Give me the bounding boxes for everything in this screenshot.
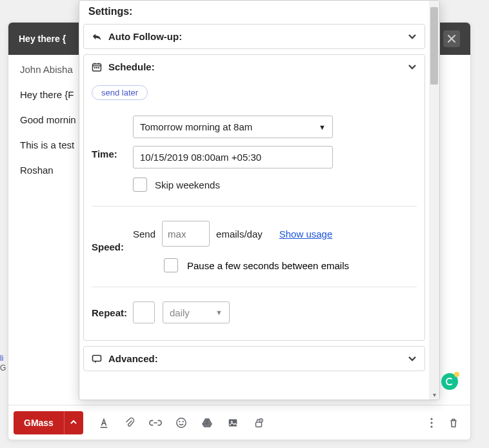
emoji-icon[interactable] — [175, 416, 188, 429]
repeat-label: Repeat: — [92, 307, 133, 318]
svg-rect-6 — [255, 422, 261, 427]
caret-down-icon: ▼ — [215, 309, 223, 316]
chevron-down-icon — [408, 353, 417, 364]
compose-toolbar: GMass — [8, 405, 470, 440]
more-icon[interactable] — [425, 416, 438, 429]
link-icon[interactable] — [149, 416, 162, 429]
svg-point-9 — [430, 422, 432, 423]
section-head-advanced[interactable]: Advanced: — [84, 347, 424, 371]
section-head-auto-followup[interactable]: Auto Follow-up: — [84, 25, 424, 48]
gmass-dropdown-button[interactable] — [64, 411, 83, 434]
close-icon[interactable] — [443, 30, 460, 47]
reply-icon — [92, 32, 102, 41]
svg-point-10 — [430, 425, 432, 427]
pause-checkbox[interactable] — [164, 258, 178, 272]
pause-row: Pause a few seconds between emails — [164, 258, 417, 272]
drive-icon[interactable] — [201, 416, 214, 429]
time-preset-select[interactable]: Tomorrow morning at 8am ▼ — [133, 116, 333, 138]
scrollbar-down-icon[interactable]: ▾ — [430, 391, 438, 398]
svg-point-2 — [179, 421, 180, 422]
speed-prefix: Send — [133, 229, 155, 239]
skip-weekends-checkbox[interactable] — [133, 178, 147, 192]
settings-panel: ▾ Settings: Auto Follow-up: Schedule: — [79, 0, 440, 400]
gmass-send-button[interactable]: GMass — [14, 411, 64, 434]
chevron-down-icon — [408, 61, 417, 72]
chevron-down-icon — [408, 31, 417, 42]
time-datetime-value: 10/15/2019 08:00am +05:30 — [140, 152, 261, 163]
svg-rect-15 — [94, 67, 95, 68]
gmass-button-group: GMass — [14, 411, 83, 434]
image-icon[interactable] — [226, 416, 239, 429]
skip-weekends-row: Skip weekends — [133, 178, 417, 192]
divider — [92, 206, 417, 207]
format-toolbar — [97, 416, 265, 429]
speed-input[interactable] — [162, 221, 210, 247]
confidential-icon[interactable] — [252, 416, 265, 429]
chat-icon — [92, 354, 102, 363]
calendar-icon — [92, 62, 102, 72]
trash-icon[interactable] — [447, 416, 460, 429]
compose-subject-header: Hey there { — [19, 34, 66, 44]
caret-down-icon: ▼ — [319, 123, 326, 131]
speed-label: Speed: — [92, 241, 133, 252]
repeat-row: Repeat: daily ▼ — [92, 295, 417, 330]
attach-icon[interactable] — [123, 416, 136, 429]
scrollbar-thumb[interactable] — [430, 7, 438, 85]
skip-weekends-label: Skip weekends — [155, 179, 220, 190]
pause-label: Pause a few seconds between emails — [187, 260, 349, 271]
show-usage-link[interactable]: Show usage — [279, 229, 333, 239]
svg-point-5 — [231, 420, 233, 422]
speed-suffix: emails/day — [216, 229, 263, 239]
repeat-unit-select[interactable]: daily ▼ — [163, 301, 230, 323]
settings-scrollbar[interactable]: ▾ — [429, 1, 439, 400]
section-label-auto-followup: Auto Follow-up: — [108, 31, 182, 42]
time-preset-value: Tomorrow morning at 8am — [140, 121, 252, 132]
svg-rect-4 — [229, 419, 237, 426]
speed-row: Speed: Send emails/day Show usage Pause … — [92, 214, 417, 279]
svg-point-1 — [177, 418, 186, 427]
section-head-schedule[interactable]: Schedule: — [84, 55, 424, 79]
settings-title: Settings: — [79, 1, 429, 24]
section-label-advanced: Advanced: — [108, 353, 158, 364]
time-label: Time: — [92, 148, 133, 159]
divider — [92, 287, 417, 287]
schedule-body: send later Time: Tomorrow morning at 8am… — [84, 79, 424, 340]
svg-rect-18 — [93, 355, 101, 361]
time-datetime-input[interactable]: 10/15/2019 08:00am +05:30 — [133, 146, 333, 168]
svg-rect-16 — [96, 67, 97, 68]
section-label-schedule: Schedule: — [108, 61, 155, 72]
repeat-unit-value: daily — [170, 307, 190, 318]
svg-point-8 — [430, 418, 432, 420]
svg-rect-17 — [98, 67, 99, 68]
svg-point-3 — [183, 421, 184, 422]
section-schedule: Schedule: send later Time: Tomorrow morn… — [83, 54, 425, 341]
background-fragment: G — [0, 363, 12, 372]
time-row: Time: Tomorrow morning at 8am ▼ 10/15/20… — [92, 109, 417, 198]
section-advanced: Advanced: — [83, 346, 425, 371]
text-format-icon[interactable] — [97, 416, 110, 429]
section-auto-followup: Auto Follow-up: — [83, 24, 425, 49]
repeat-count-input[interactable] — [133, 301, 155, 323]
background-fragment: li — [0, 354, 12, 363]
grammarly-icon[interactable] — [441, 373, 458, 390]
send-later-pill[interactable]: send later — [92, 85, 148, 100]
